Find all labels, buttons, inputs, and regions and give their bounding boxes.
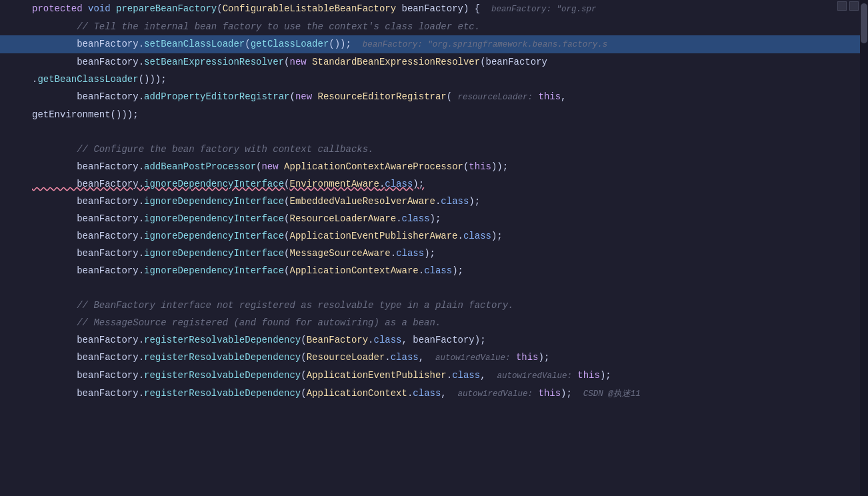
- line-content: beanFactory.ignoreDependencyInterface(En…: [27, 177, 868, 191]
- code-token-method: ignoreDependencyInterface: [144, 265, 284, 276]
- code-token-normal: (: [301, 335, 306, 345]
- code-line: protected void prepareBeanFactory(Config…: [0, 0, 868, 18]
- code-token-kw: new: [261, 161, 278, 172]
- code-token-normal: ));: [491, 161, 508, 172]
- code-token-dot-class: class: [452, 370, 480, 381]
- code-token-method: registerResolvableDependency: [144, 370, 301, 381]
- code-token-kw: this: [516, 352, 539, 363]
- scrollbar-thumb[interactable]: [861, 3, 867, 43]
- code-token-normal: [279, 161, 284, 172]
- line-content: beanFactory.addPropertyEditorRegistrar(n…: [27, 89, 868, 105]
- code-token-normal: [32, 21, 77, 32]
- code-token-class-name: ResourceLoaderAware: [289, 213, 396, 224]
- code-token-normal: (beanFactory: [480, 57, 547, 67]
- code-token-dot-class: class: [424, 265, 452, 276]
- code-token-method: ignoreDependencyInterface: [144, 248, 284, 259]
- line-content: // MessageSource registered (and found f…: [27, 315, 868, 330]
- code-token-normal: beanFactory.: [32, 265, 144, 276]
- code-editor: protected void prepareBeanFactory(Config…: [0, 0, 868, 496]
- code-token-normal: (: [245, 39, 250, 49]
- code-token-normal: );: [539, 352, 550, 363]
- code-token-dot-class: class: [463, 231, 491, 241]
- code-token-normal: );: [469, 196, 480, 207]
- code-token-method: prepareBeanFactory: [116, 3, 217, 14]
- code-token-method: getClassLoader: [251, 39, 329, 49]
- code-line: beanFactory.addPropertyEditorRegistrar(n…: [0, 88, 868, 106]
- code-token-class-name: ResourceEditorRegistrar: [318, 91, 447, 102]
- code-token-method: ignoreDependencyInterface: [144, 179, 284, 189]
- code-token-kw: new: [289, 57, 306, 67]
- code-token-normal: beanFactory.: [32, 196, 144, 207]
- code-token-normal: ());: [329, 39, 362, 49]
- code-token-class-name: ApplicationEventPublisherAware: [289, 231, 457, 241]
- line-content: beanFactory.ignoreDependencyInterface(Ap…: [27, 263, 868, 278]
- code-token-normal: (: [289, 91, 295, 102]
- code-token-normal: beanFactory.: [32, 335, 144, 345]
- code-token-normal: );: [491, 231, 503, 241]
- code-token-normal: beanFactory.: [32, 231, 144, 241]
- code-token-kw: this: [539, 388, 561, 399]
- code-token-normal: beanFactory.: [32, 91, 144, 102]
- code-token-comment: // Configure the bean factory with conte…: [77, 144, 373, 155]
- code-token-normal: .: [385, 352, 390, 363]
- code-line: beanFactory.ignoreDependencyInterface(Ap…: [0, 262, 868, 279]
- scrollbar[interactable]: [860, 0, 868, 496]
- code-token-class-name: ApplicationContextAwareProcessor: [284, 161, 463, 172]
- code-token-normal: );: [452, 265, 463, 276]
- code-token-normal: beanFactory.: [32, 179, 144, 189]
- line-content: beanFactory.setBeanClassLoader(getClassL…: [27, 37, 868, 52]
- code-line: beanFactory.setBeanExpressionResolver(ne…: [0, 53, 868, 71]
- code-token-normal: beanFactory.: [32, 352, 144, 363]
- code-token-normal: );: [600, 370, 611, 381]
- code-token-dot-class: class: [385, 179, 413, 189]
- code-token-class-name: ApplicationContext: [307, 388, 407, 399]
- code-token-normal: (: [301, 370, 306, 381]
- code-token-method: ignoreDependencyInterface: [144, 231, 284, 241]
- code-token-normal: beanFactory.: [32, 57, 144, 67]
- code-token-normal: .: [391, 248, 396, 259]
- code-token-hint-text: autowiredValue:: [497, 371, 572, 381]
- code-token-normal: beanFactory.: [32, 39, 144, 49]
- code-token-normal: [32, 300, 77, 311]
- code-token-dot-class: class: [391, 352, 419, 363]
- code-token-normal: [32, 317, 77, 328]
- code-token-hint-text: autowiredValue:: [458, 389, 533, 399]
- code-token-normal: [32, 144, 77, 155]
- code-token-method: addPropertyEditorRegistrar: [144, 91, 289, 102]
- code-token-method: registerResolvableDependency: [144, 388, 301, 399]
- code-token-normal: beanFactory.: [32, 161, 144, 172]
- code-token-comment: // MessageSource registered (and found f…: [77, 317, 441, 328]
- code-token-dot-class: class: [374, 335, 402, 345]
- line-content: [27, 281, 868, 295]
- code-lines: protected void prepareBeanFactory(Config…: [0, 0, 868, 403]
- code-token-method: ignoreDependencyInterface: [144, 213, 284, 224]
- line-content: // Configure the bean factory with conte…: [27, 142, 868, 157]
- code-token-class-name: EnvironmentAware: [289, 179, 379, 189]
- code-token-hint-text: CSDN @执迷11: [583, 389, 641, 399]
- code-token-normal: beanFactory.: [32, 248, 144, 259]
- line-content: protected void prepareBeanFactory(Config…: [27, 1, 868, 17]
- code-token-method: addBeanPostProcessor: [144, 161, 256, 172]
- code-token-normal: [83, 3, 88, 14]
- code-token-class-name: ResourceLoader: [307, 352, 385, 363]
- code-token-hint-text: resourceLoader:: [458, 93, 533, 102]
- code-token-normal: [510, 352, 515, 363]
- code-token-kw: this: [538, 91, 561, 102]
- code-token-normal: ,: [441, 388, 457, 399]
- line-content: beanFactory.registerResolvableDependency…: [27, 386, 868, 401]
- code-token-class-name: ApplicationEventPublisher: [307, 370, 447, 381]
- code-line: beanFactory.registerResolvableDependency…: [0, 367, 868, 385]
- code-token-class-name: ConfigurableListableBeanFactory: [223, 3, 396, 14]
- line-content: getEnvironment()));: [27, 107, 868, 122]
- code-line: getEnvironment()));: [0, 106, 868, 123]
- code-line: .getBeanClassLoader()));: [0, 71, 868, 88]
- code-line: // Tell the internal bean factory to use…: [0, 18, 868, 35]
- line-content: .getBeanClassLoader()));: [27, 72, 868, 87]
- code-token-normal: .: [447, 370, 452, 381]
- code-token-method: registerResolvableDependency: [144, 335, 301, 345]
- code-token-normal: beanFactory.: [32, 213, 144, 224]
- code-line: beanFactory.registerResolvableDependency…: [0, 385, 868, 403]
- code-line: beanFactory.ignoreDependencyInterface(En…: [0, 175, 868, 193]
- code-token-normal: getEnvironment()));: [32, 109, 139, 120]
- code-token-method: getBeanClassLoader: [37, 74, 138, 85]
